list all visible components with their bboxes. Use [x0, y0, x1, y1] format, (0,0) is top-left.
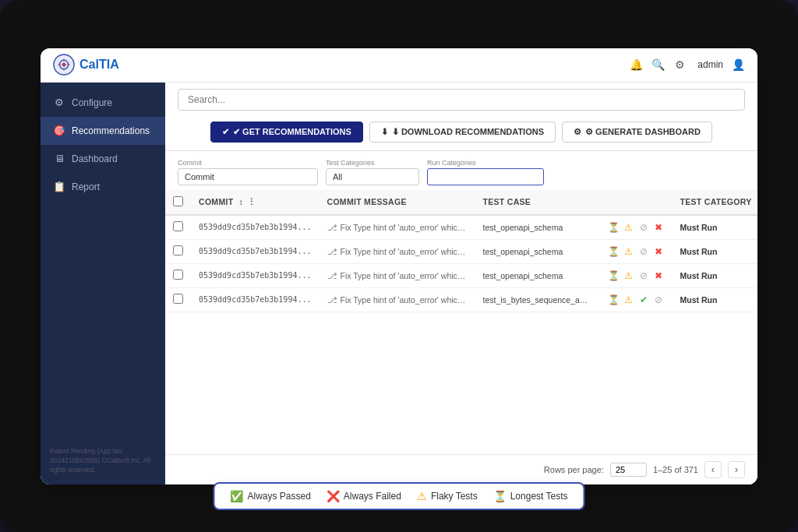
row-category-0: Must Run — [673, 215, 758, 240]
row-category-3: Must Run — [673, 287, 758, 312]
test-categories-label: Test Categories — [326, 159, 419, 167]
table-row: 0539dd9cd35b7eb3b1994... ⎇Fix Type hint … — [165, 239, 757, 263]
app-body: ⚙ Configure 🎯 Recommendations 🖥 Dashboar… — [41, 83, 757, 484]
search-input[interactable] — [178, 89, 745, 111]
row-commit-0: 0539dd9cd35b7eb3b1994... — [191, 215, 320, 240]
check-grey-icon: ⊘ — [637, 245, 650, 258]
row-icons-0: ⏳⚠⊘✖ — [600, 215, 673, 240]
logo-text: CalTIA — [79, 58, 119, 72]
sidebar-item-dashboard[interactable]: 🖥 Dashboard — [41, 145, 165, 173]
row-commit-3: 0539dd9cd35b7eb3b1994... — [191, 287, 320, 312]
search-bar-area — [165, 83, 757, 114]
sidebar-item-report[interactable]: 📋 Report — [41, 173, 165, 201]
row-testcase-1: test_openapi_schema — [475, 239, 600, 263]
row-icons-1: ⏳⚠⊘✖ — [600, 239, 673, 263]
always-passed-label: Always Passed — [247, 491, 310, 502]
app-window: CalTIA 🔔 🔍 ⚙ admin 👤 ⚙ Configure — [41, 48, 757, 484]
hourglass-icon: ⏳ — [608, 221, 620, 234]
legend-always-failed: ❌ Always Failed — [327, 490, 401, 502]
sidebar-footer: Patent Pending (App No: 2024210843555) ©… — [41, 438, 165, 484]
sort-icon[interactable]: ↕ — [239, 197, 244, 206]
col-test-category: TEST CATEGORY — [673, 190, 758, 215]
settings-icon[interactable]: ⚙ — [673, 58, 687, 72]
hourglass-icon: ⏳ — [608, 245, 620, 258]
commit-link-icon-2: ⎇ — [327, 271, 337, 280]
row-message-1: ⎇Fix Type hint of 'auto_error' which doe… — [320, 239, 475, 263]
run-categories-select[interactable] — [427, 168, 544, 185]
rows-per-page-select[interactable]: 25 50 100 — [610, 463, 647, 477]
col-check — [165, 190, 191, 215]
row-checkbox-cell — [165, 263, 191, 287]
longest-tests-icon: ⏳ — [493, 490, 507, 502]
sidebar-item-recommendations-label: Recommendations — [72, 125, 150, 136]
row-icons-3: ⏳⚠✔⊘ — [600, 287, 673, 312]
row-testcase-2: test_openapi_schema — [475, 263, 600, 287]
row-checkbox-cell — [165, 287, 191, 312]
col-icons — [600, 190, 673, 215]
row-testcase-3: test_is_bytes_sequence_annotatio... — [475, 287, 600, 312]
warning-icon: ⚠ — [623, 294, 635, 306]
pagination-prev-button[interactable]: ‹ — [704, 461, 722, 478]
row-commit-1: 0539dd9cd35b7eb3b1994... — [191, 239, 320, 263]
flaky-tests-label: Flaky Tests — [431, 491, 478, 502]
get-recommendations-button[interactable]: ✔ ✔ GET RECOMMENDATIONS — [210, 122, 363, 143]
row-checkbox-2[interactable] — [173, 270, 183, 280]
check-green-icon: ✔ — [637, 294, 650, 306]
check-grey-icon: ⊘ — [637, 221, 650, 234]
warning-icon: ⚠ — [623, 221, 635, 234]
table-header-row: COMMIT ↕ ⋮ COMMIT MESSAGE TEST CASE TEST… — [165, 190, 757, 215]
filter-row: Commit Commit Test Categories All Run Ca… — [165, 151, 757, 190]
legend-always-passed: ✅ Always Passed — [230, 490, 310, 502]
dashboard-icon: 🖥 — [53, 153, 65, 165]
header-icons: 🔔 🔍 ⚙ admin 👤 — [629, 58, 745, 72]
logo-area: CalTIA — [53, 54, 119, 76]
commit-filter-select[interactable]: Commit — [178, 168, 318, 185]
download-recommendations-button[interactable]: ⬇ ⬇ DOWNLOAD RECOMMENDATIONS — [369, 122, 556, 143]
row-category-1: Must Run — [673, 239, 758, 263]
test-categories-filter-group: Test Categories All — [326, 159, 419, 185]
check-grey-icon: ⊘ — [637, 270, 650, 282]
row-icons-2: ⏳⚠⊘✖ — [600, 263, 673, 287]
bell-icon[interactable]: 🔔 — [629, 58, 643, 72]
pagination-range: 1–25 of 371 — [653, 465, 698, 474]
download-icon: ⬇ — [381, 127, 388, 137]
run-categories-label: Run Categories — [427, 159, 544, 167]
legend-longest-tests: ⏳ Longest Tests — [493, 490, 568, 502]
always-failed-icon: ❌ — [327, 490, 340, 502]
x-red-icon: ✖ — [652, 221, 665, 234]
sidebar-item-recommendations[interactable]: 🎯 Recommendations — [41, 117, 165, 145]
row-checkbox-cell — [165, 239, 191, 263]
caltia-logo-icon — [53, 54, 75, 76]
select-all-checkbox[interactable] — [173, 196, 183, 206]
col-menu-icon[interactable]: ⋮ — [247, 197, 256, 206]
test-categories-select[interactable]: All — [326, 168, 419, 185]
row-checkbox-1[interactable] — [173, 245, 183, 255]
hourglass-icon: ⏳ — [608, 270, 620, 282]
user-icon[interactable]: 👤 — [731, 58, 745, 72]
sidebar-item-report-label: Report — [72, 181, 100, 192]
col-test-case: TEST CASE — [475, 190, 600, 215]
row-checkbox-3[interactable] — [173, 294, 183, 304]
warning-icon: ⚠ — [623, 270, 635, 282]
sidebar-item-configure[interactable]: ⚙ Configure — [41, 89, 165, 117]
app-header: CalTIA 🔔 🔍 ⚙ admin 👤 — [41, 48, 757, 83]
row-commit-2: 0539dd9cd35b7eb3b1994... — [191, 263, 320, 287]
sidebar: ⚙ Configure 🎯 Recommendations 🖥 Dashboar… — [41, 83, 165, 484]
screen-wrapper: CalTIA 🔔 🔍 ⚙ admin 👤 ⚙ Configure — [0, 0, 798, 532]
run-categories-filter-group: Run Categories — [427, 159, 544, 185]
pagination-next-button[interactable]: › — [728, 461, 745, 478]
hourglass-icon: ⏳ — [608, 294, 620, 306]
actions-bar: ✔ ✔ GET RECOMMENDATIONS ⬇ ⬇ DOWNLOAD REC… — [165, 114, 757, 151]
row-message-0: ⎇Fix Type hint of 'auto_error' which doe… — [320, 215, 475, 240]
x-red-icon: ✖ — [652, 270, 665, 282]
row-checkbox-0[interactable] — [173, 221, 183, 231]
search-icon[interactable]: 🔍 — [651, 58, 665, 72]
pagination-bar: Rows per page: 25 50 100 1–25 of 371 ‹ › — [165, 454, 757, 484]
col-commit: COMMIT ↕ ⋮ — [191, 190, 320, 215]
table-row: 0539dd9cd35b7eb3b1994... ⎇Fix Type hint … — [165, 287, 757, 312]
generate-dashboard-button[interactable]: ⚙ ⚙ GENERATE DASHBOARD — [562, 122, 712, 143]
rows-per-page-label: Rows per page: — [544, 465, 604, 474]
check-grey-icon: ⊘ — [652, 294, 665, 306]
always-failed-label: Always Failed — [344, 491, 401, 502]
recommendations-table: COMMIT ↕ ⋮ COMMIT MESSAGE TEST CASE TEST… — [165, 190, 757, 312]
